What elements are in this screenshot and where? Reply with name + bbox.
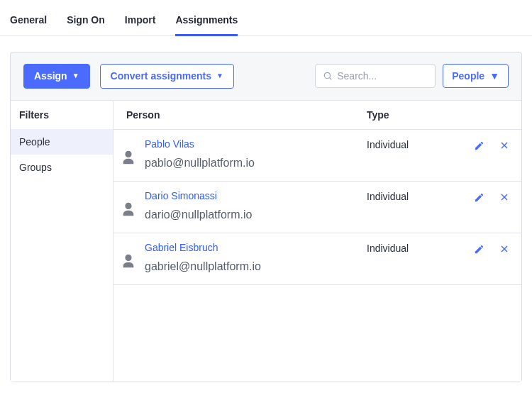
table-row: Pablo Vilas pablo@nullplatform.io Indivi… bbox=[113, 130, 521, 182]
assignments-panel: Assign ▼ Convert assignments ▼ People ▼ bbox=[10, 52, 522, 382]
remove-icon[interactable] bbox=[500, 141, 509, 150]
header-actions bbox=[459, 109, 509, 121]
filter-select-button[interactable]: People ▼ bbox=[443, 64, 509, 88]
sidebar-item-groups[interactable]: Groups bbox=[11, 155, 113, 180]
person-cell: Gabriel Eisbruch gabriel@nullplatform.io bbox=[145, 242, 367, 273]
tab-sign-on[interactable]: Sign On bbox=[67, 9, 105, 35]
toolbar-right: People ▼ bbox=[315, 64, 509, 88]
header-type: Type bbox=[367, 109, 459, 121]
assignments-table: Person Type Pablo Vilas pablo@nullplatfo… bbox=[113, 101, 521, 382]
person-cell: Pablo Vilas pablo@nullplatform.io bbox=[145, 138, 367, 170]
convert-assignments-button[interactable]: Convert assignments ▼ bbox=[100, 64, 234, 89]
search-icon bbox=[323, 71, 333, 81]
assign-button-label: Assign bbox=[34, 70, 67, 82]
table-row: Gabriel Eisbruch gabriel@nullplatform.io… bbox=[113, 233, 521, 285]
table-header: Person Type bbox=[113, 101, 521, 130]
person-name-link[interactable]: Pablo Vilas bbox=[145, 138, 367, 150]
tab-import[interactable]: Import bbox=[125, 9, 156, 35]
tab-general[interactable]: General bbox=[10, 9, 47, 35]
person-cell: Dario Simonassi dario@nullplatform.io bbox=[145, 190, 367, 221]
row-actions bbox=[459, 242, 509, 255]
convert-assignments-label: Convert assignments bbox=[111, 70, 211, 82]
filter-select-label: People bbox=[452, 70, 484, 82]
type-cell: Individual bbox=[367, 138, 459, 150]
person-email: gabriel@nullplatform.io bbox=[145, 260, 367, 273]
tabs-row: General Sign On Import Assignments bbox=[0, 0, 532, 36]
edit-icon[interactable] bbox=[474, 140, 484, 151]
sidebar-item-people[interactable]: People bbox=[11, 129, 113, 155]
person-avatar-icon bbox=[121, 252, 136, 270]
edit-icon[interactable] bbox=[474, 244, 484, 255]
remove-icon[interactable] bbox=[500, 245, 509, 253]
person-email: pablo@nullplatform.io bbox=[145, 157, 367, 170]
filters-title: Filters bbox=[11, 101, 113, 129]
search-input[interactable] bbox=[337, 70, 428, 82]
svg-line-1 bbox=[330, 78, 332, 80]
remove-icon[interactable] bbox=[500, 193, 509, 201]
person-name-link[interactable]: Dario Simonassi bbox=[145, 190, 367, 201]
person-email: dario@nullplatform.io bbox=[145, 209, 367, 221]
assign-button[interactable]: Assign ▼ bbox=[23, 64, 90, 89]
person-avatar-icon bbox=[121, 200, 136, 218]
caret-down-icon: ▼ bbox=[216, 72, 223, 80]
header-person: Person bbox=[126, 109, 367, 121]
caret-down-icon: ▼ bbox=[489, 70, 499, 82]
toolbar: Assign ▼ Convert assignments ▼ People ▼ bbox=[11, 52, 521, 100]
table-row: Dario Simonassi dario@nullplatform.io In… bbox=[113, 182, 521, 233]
row-actions bbox=[459, 190, 509, 203]
search-box[interactable] bbox=[315, 64, 436, 88]
caret-down-icon: ▼ bbox=[72, 72, 79, 80]
content-area: Filters People Groups Person Type Pablo … bbox=[11, 100, 521, 382]
person-name-link[interactable]: Gabriel Eisbruch bbox=[145, 242, 367, 253]
person-avatar-icon bbox=[121, 148, 136, 167]
tab-assignments[interactable]: Assignments bbox=[175, 9, 238, 35]
type-cell: Individual bbox=[367, 190, 459, 202]
edit-icon[interactable] bbox=[474, 192, 484, 203]
type-cell: Individual bbox=[367, 242, 459, 254]
row-actions bbox=[459, 138, 509, 151]
filters-sidebar: Filters People Groups bbox=[11, 101, 113, 382]
svg-point-0 bbox=[325, 73, 331, 79]
